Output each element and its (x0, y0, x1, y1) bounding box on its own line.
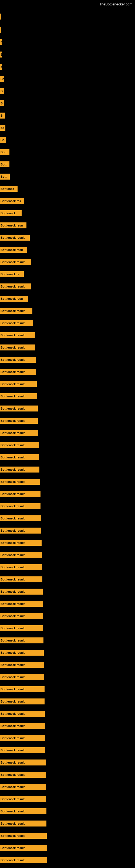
bar-label: Bottleneck result (0, 479, 40, 485)
bar-label: Bottleneck result (0, 711, 45, 717)
bar-item: Bottleneck result (0, 418, 38, 424)
bar-label: Bottleneck result (0, 735, 45, 741)
bar-item: Bottleneck result (0, 516, 41, 521)
bar-item: Bottleneck result (0, 711, 45, 717)
bar-label: Bottleneck result (0, 381, 37, 387)
bar-label: Bottleneck result (0, 589, 43, 595)
bar-item: Bottleneck result (0, 820, 46, 827)
bar-item: Bottleneck result (0, 491, 41, 497)
bar-label: Bottleneck result (0, 491, 41, 497)
bar-label: Bottlenec (0, 186, 17, 192)
bar-item: Bott (0, 161, 9, 167)
bar-item: Bottleneck result (0, 540, 42, 546)
bar-label: Bottleneck result (0, 320, 33, 326)
bar-label: Bottleneck result (0, 760, 46, 766)
bar-label: Bottleneck result (0, 674, 44, 680)
bar-item: Bottleneck result (0, 772, 46, 778)
bar-label: Bottleneck result (0, 796, 46, 802)
bar-item: Bottleneck result (0, 808, 46, 814)
bar-label: Bottleneck result (0, 552, 42, 558)
bar-label: Bottleneck result (0, 662, 44, 668)
bar-label: Bottleneck result (0, 357, 36, 363)
bar-item: Bottleneck result (0, 454, 39, 460)
bar-item: Bottleneck result (0, 674, 44, 680)
bar-item: Bottleneck resu (0, 247, 27, 253)
bar-label: Bottleneck result (0, 857, 47, 863)
bar-item: Bottleneck result (0, 747, 45, 753)
bar-label (0, 13, 1, 20)
bar-label: Bottleneck result (0, 699, 45, 705)
bar-label: Bottleneck result (0, 808, 46, 814)
bar-label: B (0, 88, 4, 94)
bar-item: Bottleneck result (0, 357, 36, 363)
bar-label: Bottleneck result (0, 393, 37, 399)
bar-label: Bottleneck result (0, 540, 42, 546)
bar-label: Bott (0, 174, 10, 180)
bar-item: Bottleneck result (0, 528, 41, 533)
bar-label: Bottleneck result (0, 564, 42, 570)
bar-item: Bo (0, 125, 5, 131)
bar-item: Bottleneck result (0, 613, 43, 619)
bar-item: Bottleneck result (0, 430, 38, 436)
bar-item: Bottleneck result (0, 552, 42, 558)
bar-label: Bottleneck result (0, 820, 46, 827)
bar-item: B (0, 88, 4, 94)
bar-label: Bo (0, 76, 4, 82)
bar-item: B (0, 52, 2, 58)
bar-item: Bottleneck resu (0, 222, 27, 228)
bar-label: Bottleneck result (0, 259, 31, 265)
bar-item: B (0, 64, 2, 70)
bar-item: Bottleneck result (0, 235, 30, 241)
bar-label: Bottleneck result (0, 369, 36, 375)
bar-label: Bottleneck result (0, 430, 38, 436)
bar-label: B (0, 113, 5, 119)
bar-label: Bott (0, 161, 9, 167)
bar-label: Bottleneck result (0, 344, 35, 350)
bar-label: Bottleneck result (0, 418, 38, 424)
bar-item: Bottleneck result (0, 393, 37, 399)
bar-label: Bottleneck result (0, 516, 41, 521)
bar-item: Bo (0, 137, 6, 143)
bar-label: Bottleneck result (0, 747, 45, 753)
bar-label: Bottleneck (0, 210, 21, 216)
bar-label: Bottleneck result (0, 845, 47, 851)
bar-label: Bottleneck result (0, 442, 39, 448)
bar-item: Bottleneck result (0, 699, 45, 705)
bar-label: Bottleneck result (0, 308, 32, 314)
bar-item: Bottleneck result (0, 381, 37, 387)
bar-label (0, 27, 1, 33)
bar-label: Bottleneck result (0, 283, 31, 289)
bar-item: Bottleneck result (0, 259, 31, 265)
bar-label: Bottleneck result (0, 235, 30, 241)
bar-label: Bottleneck result (0, 454, 39, 460)
bar-item: Bottleneck result (0, 405, 38, 411)
bar-item: Bottleneck result (0, 332, 35, 338)
bar-label: Bottleneck result (0, 772, 46, 778)
bar-item: Bottleneck result (0, 467, 39, 472)
bar-item: Bottleneck result (0, 308, 32, 314)
bar-label: Bottleneck resu (0, 296, 28, 302)
bar-item: Bottleneck result (0, 479, 40, 485)
bar-item: Bottleneck (0, 210, 21, 216)
bar-item: Bottlenec (0, 186, 17, 192)
bar-item: Bottleneck result (0, 589, 43, 595)
bar-item: Bottleneck result (0, 503, 41, 509)
bar-item (0, 27, 1, 33)
bar-item: B (0, 39, 2, 45)
bar-label: Bottleneck result (0, 528, 41, 533)
bar-label: Bottleneck re (0, 271, 24, 277)
bar-label: Bott (0, 149, 9, 155)
bar-label: Bottleneck result (0, 577, 42, 582)
bar-item: B (0, 100, 4, 106)
bar-label: B (0, 64, 2, 70)
bar-item: Bottleneck result (0, 283, 31, 289)
bar-item: Bottleneck result (0, 857, 47, 863)
bar-item: Bottleneck result (0, 833, 47, 839)
bar-item: Bottleneck result (0, 369, 36, 375)
bar-item: Bottleneck result (0, 601, 43, 607)
bar-label: Bottleneck result (0, 613, 43, 619)
bar-item: Bottleneck result (0, 344, 35, 350)
bar-label: Bottleneck result (0, 686, 45, 692)
site-title: TheBottlenecker.com (99, 2, 132, 6)
bar-label: Bottleneck result (0, 833, 47, 839)
